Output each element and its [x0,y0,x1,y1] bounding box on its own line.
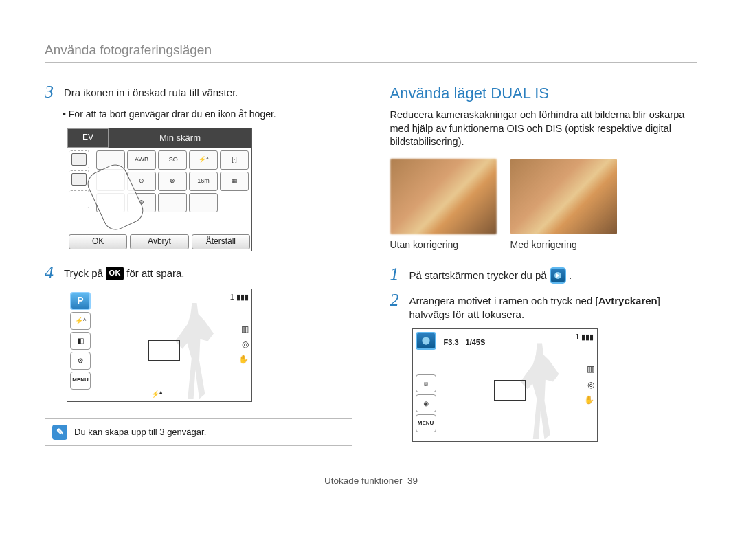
step-4: 4 Tryck på OK för att spara. [45,264,352,282]
timer-off-icon: ⊗ [416,394,436,412]
menu-icon: MENU [70,372,91,390]
customize-screen-screenshot: EV Min skärm AWB ISO ⚡ᴬ [·] ⊙ ⊗ [67,128,252,251]
note-box: ✎ Du kan skapa upp till 3 genvägar. [45,418,352,446]
flash-icon: ⚡ᴬ [70,312,91,330]
caption-before: Utan korrigering [390,238,497,251]
left-column: 3 Dra ikonen in i önskad ruta till vänst… [45,83,352,448]
display-icon: ⎚ [416,374,436,392]
ok-button[interactable]: OK [69,234,127,249]
step-2: 2 Arrangera motivet i ramen och tryck ne… [390,291,698,322]
shots-remaining: 1 ▮▮▮ [575,332,594,342]
reset-button[interactable]: Återställ [192,234,250,249]
viewfinder-screenshot-dual-mode: ⎚ ⊗ MENU F3.3 1/45S 1 ▮▮▮ ▥◎✋ [412,328,598,442]
step-number: 3 [45,83,57,101]
step-number: 2 [390,291,403,322]
step-text: Dra ikonen in i önskad ruta till vänster… [64,83,238,101]
step-text: Tryck på OK för att spara. [64,264,185,282]
focus-box-icon [494,380,526,401]
timer-off-icon: ⊗ [70,352,91,370]
option-icon-grid: AWB ISO ⚡ᴬ [·] ⊙ ⊗ 16m ▦ ⊖ [93,148,251,233]
ev-icon: ◧ [70,332,91,350]
note-icon: ✎ [52,425,67,440]
photo-after [510,159,617,234]
step-text: På startskärmen trycker du på . [409,265,572,284]
svg-point-1 [422,337,429,345]
comparison-photos [390,159,698,234]
step-1: 1 På startskärmen trycker du på . [390,265,698,284]
dual-is-mode-icon [550,267,566,284]
cancel-button[interactable]: Avbryt [130,234,188,249]
right-status-icons: ▥◎✋ [238,324,249,366]
shots-remaining: 1 ▮▮▮ [230,292,249,302]
ok-icon: OK [106,267,124,280]
right-column: Använda läget DUAL IS Reducera kameraska… [390,83,698,448]
mode-p-icon: P [70,292,91,310]
dual-is-heading: Använda läget DUAL IS [390,83,698,104]
photo-before [390,159,497,234]
caption-after: Med korrigering [510,238,617,251]
note-text: Du kan skapa upp till 3 genvägar. [74,426,206,438]
menu-icon: MENU [416,414,436,432]
shortcut-slots [67,148,93,233]
step-3: 3 Dra ikonen in i önskad ruta till vänst… [45,83,352,101]
page-footer: Utökade funktioner 39 [45,475,697,487]
dual-is-intro: Reducera kameraskakningar och förhindra … [390,109,698,149]
step-number: 4 [45,264,57,282]
tab-label: Min skärm [109,128,251,148]
right-status-icons: ▥◎✋ [584,363,594,405]
section-header: Använda fotograferingslägen [45,41,697,63]
exposure-readout: F3.3 1/45S [444,337,486,348]
step-text: Arrangera motivet i ramen och tryck ned … [409,291,698,322]
viewfinder-screenshot-p-mode: P ⚡ᴬ ◧ ⊗ MENU 1 ▮▮▮ ▥◎✋ ⚡ᴬ [67,289,252,402]
two-column-layout: 3 Dra ikonen in i önskad ruta till vänst… [45,83,697,448]
step-number: 1 [390,265,403,284]
dual-is-mode-icon [416,332,436,350]
flash-indicator: ⚡ᴬ [151,390,162,399]
step-3-bullet: För att ta bort genvägar drar du en ikon… [63,108,352,121]
tab-ev: EV [67,128,109,148]
focus-box-icon [148,340,180,361]
